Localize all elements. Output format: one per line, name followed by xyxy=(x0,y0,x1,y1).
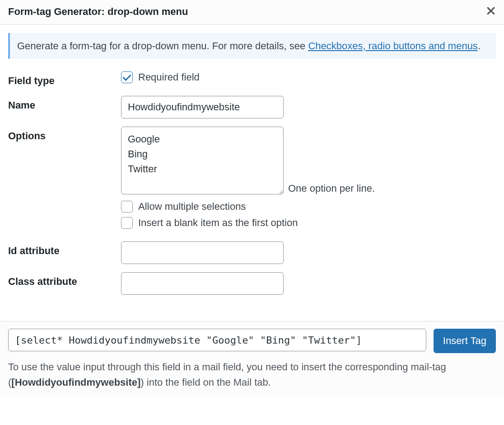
mail-tag: [Howdidyoufindmywebsite] xyxy=(11,377,140,388)
dialog-title: Form-tag Generator: drop-down menu xyxy=(8,6,188,18)
insert-tag-button[interactable]: Insert Tag xyxy=(434,329,496,353)
close-icon[interactable] xyxy=(486,5,496,19)
label-options: Options xyxy=(8,127,121,142)
dialog-content: Generate a form-tag for a drop-down menu… xyxy=(0,25,504,321)
dialog-header: Form-tag Generator: drop-down menu xyxy=(0,0,504,25)
required-label: Required field xyxy=(138,71,200,83)
output-row: Insert Tag xyxy=(8,329,496,353)
class-attribute-input[interactable] xyxy=(121,272,284,295)
dialog-footer: Insert Tag To use the value input throug… xyxy=(0,321,504,398)
label-id-attribute: Id attribute xyxy=(8,241,121,257)
allow-multiple-checkbox[interactable] xyxy=(121,201,133,212)
footer-note-suffix: ) into the field on the Mail tab. xyxy=(140,377,271,388)
required-checkbox[interactable] xyxy=(121,71,133,83)
allow-multiple-label: Allow multiple selections xyxy=(138,201,246,212)
info-text-prefix: Generate a form-tag for a drop-down menu… xyxy=(17,40,308,52)
row-class-attribute: Class attribute xyxy=(8,272,496,295)
label-field-type: Field type xyxy=(8,71,121,87)
row-name: Name xyxy=(8,96,496,118)
info-banner: Generate a form-tag for a drop-down menu… xyxy=(8,33,496,59)
info-link[interactable]: Checkboxes, radio buttons and menus xyxy=(308,40,477,52)
footer-note: To use the value input through this fiel… xyxy=(8,359,496,390)
row-id-attribute: Id attribute xyxy=(8,241,496,264)
id-attribute-input[interactable] xyxy=(121,241,284,264)
blank-first-checkbox[interactable] xyxy=(121,217,133,229)
label-class-attribute: Class attribute xyxy=(8,272,121,288)
row-field-type: Field type Required field xyxy=(8,71,496,88)
generated-tag-input[interactable] xyxy=(8,329,426,351)
name-input[interactable] xyxy=(121,96,284,118)
options-hint: One option per line. xyxy=(288,183,375,194)
info-text-suffix: . xyxy=(478,40,481,52)
blank-first-label: Insert a blank item as the first option xyxy=(138,217,298,229)
options-textarea[interactable] xyxy=(121,127,284,194)
label-name: Name xyxy=(8,96,121,111)
row-options: Options One option per line. Allow multi… xyxy=(8,127,496,233)
